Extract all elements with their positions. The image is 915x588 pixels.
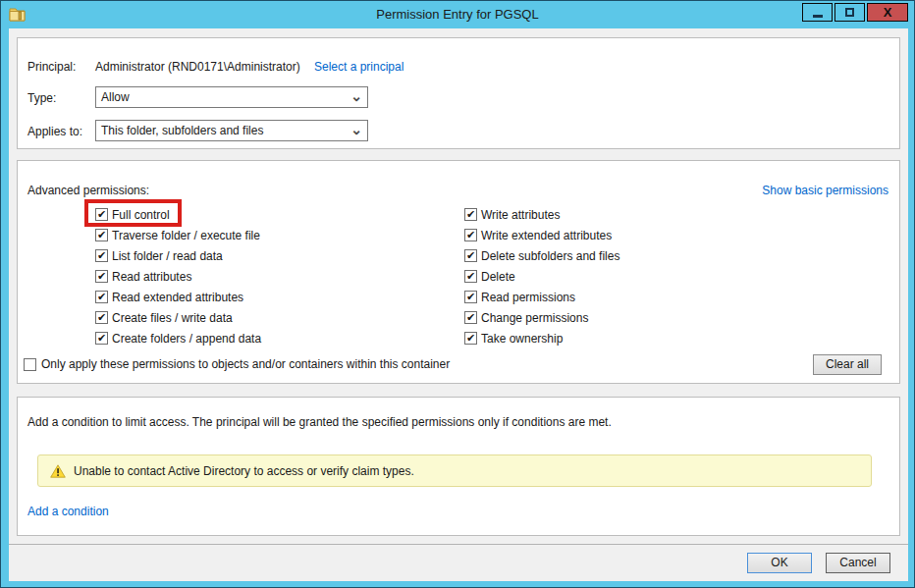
condition-description: Add a condition to limit access. The pri… <box>27 415 612 429</box>
titlebar: Permission Entry for PGSQL X <box>1 1 914 28</box>
permission-checkbox[interactable]: ✔ <box>95 208 108 221</box>
permission-item: ✔Write attributes <box>464 204 619 225</box>
permission-item: ✔Read extended attributes <box>95 287 261 307</box>
window-title: Permission Entry for PGSQL <box>1 7 914 22</box>
advanced-permissions-section: Advanced permissions: Show basic permiss… <box>17 160 900 384</box>
permission-item: ✔Read permissions <box>464 287 619 307</box>
add-condition-link[interactable]: Add a condition <box>27 505 109 518</box>
permissions-left-column: ✔Full control✔Traverse folder / execute … <box>95 204 261 348</box>
close-icon: X <box>884 4 892 21</box>
select-principal-link[interactable]: Select a principal <box>314 60 404 74</box>
condition-section: Add a condition to limit access. The pri… <box>17 397 900 536</box>
permission-item: ✔Traverse folder / execute file <box>95 225 261 245</box>
minimize-button[interactable] <box>802 3 833 22</box>
permission-checkbox[interactable]: ✔ <box>464 208 477 221</box>
permission-label: List folder / read data <box>112 249 223 263</box>
permission-checkbox[interactable]: ✔ <box>95 249 108 262</box>
permission-label: Read attributes <box>112 270 191 284</box>
principal-value: Administrator (RND0171\Administrator) <box>95 60 300 74</box>
permission-checkbox[interactable]: ✔ <box>95 291 108 303</box>
permission-label: Traverse folder / execute file <box>112 229 260 242</box>
warning-triangle-icon <box>50 464 66 478</box>
permission-item: ✔Delete subfolders and files <box>464 245 619 266</box>
permission-checkbox[interactable]: ✔ <box>464 291 477 303</box>
principal-section: Principal: Administrator (RND0171\Admini… <box>17 37 900 149</box>
type-label: Type: <box>27 91 56 105</box>
applies-to-dropdown-value: This folder, subfolders and files <box>101 124 263 137</box>
permission-checkbox[interactable]: ✔ <box>95 229 108 241</box>
permission-label: Delete subfolders and files <box>481 249 619 263</box>
permission-checkbox[interactable]: ✔ <box>95 311 108 324</box>
type-dropdown[interactable]: Allow ⌄ <box>95 86 368 108</box>
permission-label: Write extended attributes <box>481 229 612 242</box>
permission-item: ✔List folder / read data <box>95 245 261 266</box>
footer-separator <box>9 544 908 545</box>
permission-item: ✔Create files / write data <box>95 307 261 328</box>
minimize-icon <box>813 15 823 18</box>
only-apply-row: Only apply these permissions to objects … <box>24 357 450 371</box>
only-apply-label: Only apply these permissions to objects … <box>41 357 450 371</box>
applies-to-label: Applies to: <box>27 125 82 138</box>
permission-label: Read extended attributes <box>112 291 243 304</box>
permission-checkbox[interactable]: ✔ <box>464 249 477 262</box>
permission-label: Change permissions <box>481 311 588 325</box>
permission-item: ✔Delete <box>464 266 619 287</box>
maximize-icon <box>845 8 854 17</box>
permission-label: Create files / write data <box>112 311 233 325</box>
permission-item: ✔Create folders / append data <box>95 328 261 348</box>
permission-checkbox[interactable]: ✔ <box>95 270 108 283</box>
chevron-down-icon: ⌄ <box>350 88 362 104</box>
permission-label: Create folders / append data <box>112 332 261 346</box>
permission-checkbox[interactable]: ✔ <box>464 229 477 241</box>
cancel-button[interactable]: Cancel <box>826 553 890 573</box>
permission-label: Write attributes <box>481 208 560 222</box>
maximize-button[interactable] <box>834 3 865 22</box>
permission-checkbox[interactable]: ✔ <box>95 332 108 345</box>
clear-all-button[interactable]: Clear all <box>813 354 882 375</box>
window-controls: X <box>802 3 908 22</box>
ok-button[interactable]: OK <box>747 553 812 573</box>
permission-item: ✔Take ownership <box>464 328 619 348</box>
close-button[interactable]: X <box>867 3 908 22</box>
permission-item: ✔Read attributes <box>95 266 261 287</box>
permission-item: ✔Change permissions <box>464 307 619 328</box>
permission-item: ✔Write extended attributes <box>464 225 619 245</box>
advanced-permissions-header: Advanced permissions: <box>27 184 149 197</box>
principal-label: Principal: <box>27 60 76 74</box>
permission-label: Delete <box>481 270 515 284</box>
only-apply-checkbox[interactable] <box>24 358 36 371</box>
type-dropdown-value: Allow <box>101 90 130 104</box>
permission-checkbox[interactable]: ✔ <box>464 311 477 324</box>
permission-label: Take ownership <box>481 332 563 346</box>
permission-checkbox[interactable]: ✔ <box>464 270 477 283</box>
permission-label: Read permissions <box>481 291 575 304</box>
permission-item: ✔Full control <box>95 204 261 225</box>
permissions-right-column: ✔Write attributes✔Write extended attribu… <box>464 204 619 348</box>
permission-label: Full control <box>112 208 170 222</box>
show-basic-permissions-link[interactable]: Show basic permissions <box>762 184 888 197</box>
permission-checkbox[interactable]: ✔ <box>464 332 477 345</box>
permission-entry-dialog: Permission Entry for PGSQL X Principal: … <box>0 0 915 588</box>
warning-banner: Unable to contact Active Directory to ac… <box>37 454 872 487</box>
warning-text: Unable to contact Active Directory to ac… <box>74 464 414 478</box>
chevron-down-icon: ⌄ <box>350 122 362 137</box>
applies-to-dropdown[interactable]: This folder, subfolders and files ⌄ <box>95 120 368 141</box>
